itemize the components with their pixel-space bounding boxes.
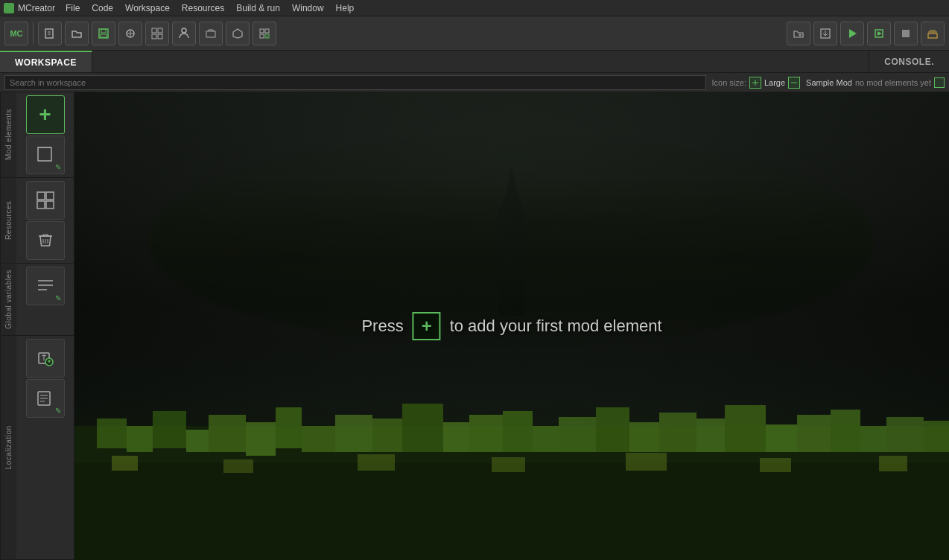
sidebar-section-resources: Resources <box>0 178 74 264</box>
svg-rect-61 <box>127 426 153 452</box>
extra-btn[interactable] <box>253 22 276 45</box>
svg-rect-72 <box>469 415 503 452</box>
stop-btn[interactable] <box>894 22 918 45</box>
svg-rect-68 <box>335 415 372 452</box>
resources-buttons <box>16 178 74 263</box>
main-area: Mod elements + ✎ Resources <box>0 92 949 560</box>
svg-rect-87 <box>74 463 949 560</box>
sidebar: Mod elements + ✎ Resources <box>0 92 74 560</box>
new-workspace-btn[interactable] <box>38 22 62 45</box>
sidebar-label-localization: Localization <box>0 336 16 559</box>
menubar: MCreator File Code Workspace Resources B… <box>0 0 949 16</box>
svg-rect-40 <box>46 192 54 200</box>
menu-items: File Code Workspace Resources Build & ru… <box>60 1 360 15</box>
resources-btn[interactable] <box>26 181 65 220</box>
svg-rect-93 <box>760 458 791 472</box>
mod-info: Sample Mod no mod elements yet <box>806 77 945 88</box>
run-client-btn[interactable] <box>840 22 864 45</box>
svg-marker-15 <box>233 29 242 38</box>
svg-rect-9 <box>152 28 156 33</box>
icon-size-value: Large <box>764 78 785 87</box>
global-variables-btn[interactable]: ✎ <box>26 267 65 305</box>
toolbar: MC <box>0 16 949 51</box>
svg-rect-76 <box>596 407 629 452</box>
svg-rect-85 <box>886 417 924 452</box>
svg-rect-70 <box>402 404 443 452</box>
mod-icon-btn[interactable] <box>145 22 169 45</box>
toolbar-right <box>787 22 945 45</box>
delete-resource-btn[interactable] <box>26 221 65 260</box>
svg-rect-89 <box>223 459 253 473</box>
menu-help[interactable]: Help <box>330 1 361 15</box>
sidebar-section-mod-elements: Mod elements + ✎ <box>0 92 74 178</box>
svg-rect-5 <box>101 34 107 37</box>
svg-rect-74 <box>533 426 559 452</box>
save-btn[interactable] <box>92 22 115 45</box>
mod-status-indicator <box>934 77 945 88</box>
export-zip-btn[interactable] <box>813 22 837 45</box>
resource-btn[interactable] <box>199 22 223 45</box>
localization-edit-btn[interactable]: ✎ <box>26 379 65 418</box>
svg-rect-90 <box>358 454 395 471</box>
menu-resources[interactable]: Resources <box>176 1 230 15</box>
menu-window[interactable]: Window <box>286 1 330 15</box>
ground-blocks <box>74 351 949 560</box>
app-name: MCreator <box>18 3 55 13</box>
search-input[interactable] <box>4 75 706 90</box>
mod-status: no mod elements yet <box>855 78 931 87</box>
svg-rect-63 <box>186 430 209 452</box>
workspace-tab[interactable]: WORKSPACE <box>0 51 92 72</box>
svg-rect-88 <box>112 456 138 471</box>
icon-size-decrease-btn[interactable] <box>788 77 800 89</box>
menu-file[interactable]: File <box>60 1 86 15</box>
search-bar-row: Icon size: Large Sample Mod no mod eleme… <box>0 73 949 92</box>
svg-rect-67 <box>302 426 335 452</box>
svg-rect-86 <box>924 421 949 452</box>
localization-btn[interactable] <box>26 339 65 378</box>
menu-build-run[interactable]: Build & run <box>230 1 286 15</box>
svg-rect-60 <box>97 419 127 448</box>
svg-rect-42 <box>46 201 54 209</box>
svg-rect-83 <box>831 410 860 452</box>
svg-rect-66 <box>276 407 302 448</box>
skin-btn[interactable] <box>172 22 196 45</box>
sidebar-section-localization: Localization <box>0 336 74 560</box>
svg-rect-17 <box>265 29 269 33</box>
svg-rect-37 <box>38 147 51 161</box>
run-server-btn[interactable] <box>867 22 891 45</box>
svg-rect-10 <box>158 28 162 33</box>
svg-marker-28 <box>877 31 882 36</box>
menu-code[interactable]: Code <box>86 1 119 15</box>
message-prefix: Press <box>361 316 403 336</box>
add-mod-element-btn[interactable]: + <box>26 95 65 134</box>
svg-marker-26 <box>849 29 857 38</box>
svg-rect-78 <box>659 413 696 452</box>
mod-elements-buttons: + ✎ <box>16 92 74 177</box>
toolbar-logo-btn[interactable]: MC <box>4 22 28 45</box>
svg-rect-18 <box>260 34 264 38</box>
svg-rect-77 <box>629 422 659 452</box>
console-tab[interactable]: CONSOLE. <box>869 51 949 72</box>
svg-rect-62 <box>153 411 186 448</box>
import-export-btn[interactable] <box>118 22 142 45</box>
svg-rect-81 <box>766 424 797 452</box>
svg-rect-11 <box>152 34 156 39</box>
svg-rect-92 <box>626 453 667 471</box>
svg-rect-16 <box>260 29 264 33</box>
icon-size-increase-btn[interactable] <box>749 77 761 89</box>
sidebar-section-global-vars: Global variables ✎ <box>0 264 74 336</box>
svg-rect-14 <box>206 31 215 37</box>
edit-mod-element-btn[interactable]: ✎ <box>26 136 65 174</box>
menu-workspace[interactable]: Workspace <box>119 1 176 15</box>
logo-icon <box>4 3 14 13</box>
build-btn[interactable] <box>921 22 945 45</box>
icon-size-label: Icon size: <box>712 78 746 87</box>
svg-rect-41 <box>37 201 45 209</box>
open-workspace-btn[interactable] <box>65 22 89 45</box>
new-folder-btn[interactable] <box>787 22 810 45</box>
icon-size-control: Icon size: Large <box>712 77 801 89</box>
app-logo <box>3 2 15 14</box>
structure-btn[interactable] <box>226 22 250 45</box>
add-icon-inline[interactable]: + <box>413 312 441 340</box>
sidebar-label-mod-elements: Mod elements <box>0 92 16 177</box>
